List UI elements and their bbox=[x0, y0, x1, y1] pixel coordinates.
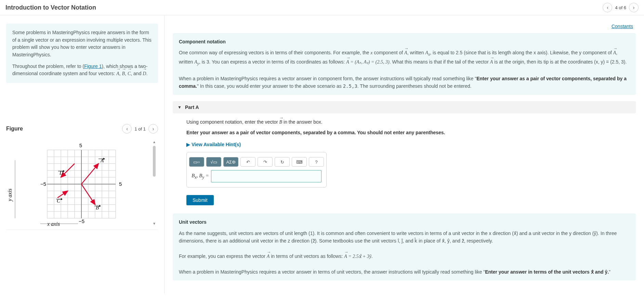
svg-text:y axis: y axis bbox=[7, 189, 13, 202]
answer-box: ▭▭ √▭ ΑΣΦ ↶ ↷ ↻ ⌨ ? Bx, By = bbox=[186, 152, 327, 188]
figure-container: y axis x axis bbox=[6, 137, 158, 230]
caret-right-icon: ▶ bbox=[186, 142, 190, 147]
component-notation-block: Component notation One common way of exp… bbox=[173, 33, 636, 95]
intro-paragraph-1: Some problems in MasteringPhysics requir… bbox=[12, 29, 152, 59]
part-a-title: Part A bbox=[185, 105, 199, 110]
figure-link[interactable]: Figure 1 bbox=[84, 64, 102, 69]
page-title: Introduction to Vector Notation bbox=[5, 4, 603, 11]
svg-marker-43 bbox=[61, 198, 63, 200]
svg-text:−5: −5 bbox=[40, 181, 46, 187]
unit-paragraph-3: When a problem in MasteringPhysics requi… bbox=[179, 268, 630, 276]
template-button[interactable]: ▭▭ bbox=[189, 157, 204, 167]
svg-text:C: C bbox=[57, 198, 61, 204]
prev-button[interactable]: ‹ bbox=[603, 3, 612, 12]
unit-paragraph-2: For example, you can express the vector … bbox=[179, 252, 630, 260]
right-panel: Constants Component notation One common … bbox=[165, 15, 644, 293]
greek-button[interactable]: ΑΣΦ bbox=[223, 157, 238, 167]
view-hints-link[interactable]: ▶ View Available Hint(s) bbox=[186, 142, 241, 147]
progress-label: 4 of 6 bbox=[615, 5, 626, 10]
component-heading: Component notation bbox=[179, 38, 630, 45]
part-a-body: Using component notation, enter the vect… bbox=[173, 118, 636, 191]
vector-b-label: B bbox=[122, 70, 125, 78]
next-button[interactable]: › bbox=[629, 3, 639, 12]
part-a-instruction: Enter your answer as a pair of vector co… bbox=[186, 129, 622, 136]
figure-next-button[interactable]: › bbox=[148, 124, 158, 134]
constants-link[interactable]: Constants bbox=[612, 24, 633, 29]
help-button[interactable]: ? bbox=[309, 157, 324, 167]
page-nav: ‹ 4 of 6 › bbox=[603, 3, 639, 12]
submit-button[interactable]: Submit bbox=[186, 195, 214, 205]
component-paragraph-2: When a problem in MasteringPhysics requi… bbox=[179, 75, 630, 90]
figure-counter: 1 of 1 bbox=[134, 126, 146, 132]
keyboard-button[interactable]: ⌨ bbox=[292, 157, 307, 167]
answer-toolbar: ▭▭ √▭ ΑΣΦ ↶ ↷ ↻ ⌨ ? bbox=[192, 157, 321, 167]
svg-marker-35 bbox=[103, 158, 105, 160]
unit-vectors-block: Unit vectors As the name suggests, unit … bbox=[173, 213, 636, 280]
svg-line-32 bbox=[81, 164, 98, 184]
vector-c-label: C bbox=[128, 70, 131, 78]
header-bar: Introduction to Vector Notation ‹ 4 of 6… bbox=[0, 0, 644, 15]
svg-text:D: D bbox=[59, 170, 63, 176]
figure-prev-button[interactable]: ‹ bbox=[122, 124, 132, 134]
vector-a-label: A bbox=[116, 70, 119, 78]
sqrt-button[interactable]: √▭ bbox=[206, 157, 221, 167]
intro-box: Some problems in MasteringPhysics requir… bbox=[6, 24, 158, 83]
answer-input[interactable] bbox=[211, 170, 321, 182]
caret-down-icon: ▼ bbox=[178, 105, 182, 110]
part-a-prompt: Using component notation, enter the vect… bbox=[186, 118, 622, 126]
part-a-header[interactable]: ▼ Part A bbox=[173, 101, 636, 113]
reset-button[interactable]: ↻ bbox=[275, 157, 290, 167]
svg-text:5: 5 bbox=[79, 142, 82, 148]
intro-paragraph-2: Throughout the problem, refer to (Figure… bbox=[12, 63, 152, 78]
coordinate-figure: y axis x axis bbox=[6, 140, 129, 229]
figure-scrollbar[interactable]: ▲ ▼ bbox=[153, 140, 156, 226]
scroll-up-icon[interactable]: ▲ bbox=[153, 140, 156, 144]
left-panel: Some problems in MasteringPhysics requir… bbox=[0, 15, 165, 293]
redo-button[interactable]: ↷ bbox=[258, 157, 273, 167]
undo-button[interactable]: ↶ bbox=[240, 157, 255, 167]
scroll-thumb[interactable] bbox=[153, 146, 156, 177]
answer-input-label: Bx, By = bbox=[192, 173, 209, 180]
svg-text:−5: −5 bbox=[79, 218, 84, 224]
svg-marker-39 bbox=[99, 205, 101, 207]
component-paragraph-1: One common way of expressing vectors is … bbox=[179, 49, 630, 67]
scroll-down-icon[interactable]: ▼ bbox=[153, 222, 156, 226]
svg-text:5: 5 bbox=[119, 181, 122, 187]
vector-d-label: D bbox=[143, 70, 146, 78]
svg-text:B: B bbox=[96, 205, 99, 210]
unit-paragraph-1: As the name suggests, unit vectors are v… bbox=[179, 230, 630, 245]
unit-heading: Unit vectors bbox=[179, 218, 630, 226]
figure-heading: Figure bbox=[6, 126, 122, 132]
svg-line-40 bbox=[57, 191, 68, 198]
